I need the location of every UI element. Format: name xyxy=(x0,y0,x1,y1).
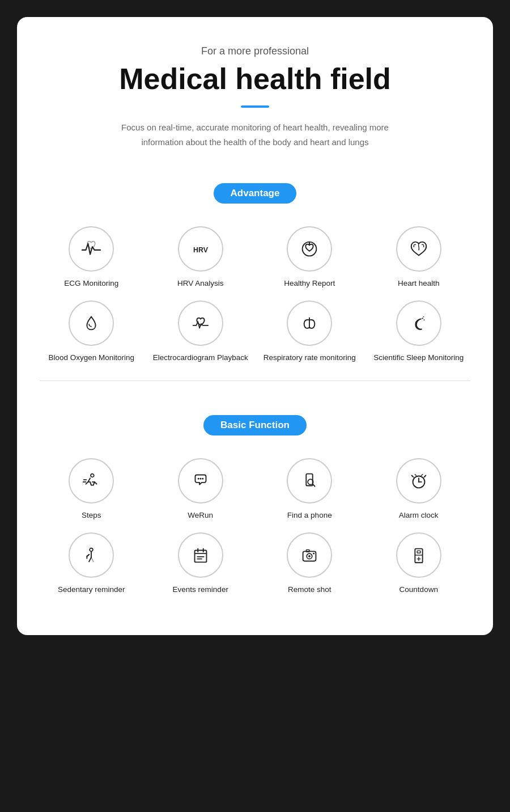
svg-rect-35 xyxy=(417,551,420,553)
werun-icon xyxy=(178,458,223,504)
advantage-grid: ECG Monitoring HRV HRV Analysis Health xyxy=(40,226,470,363)
svg-line-19 xyxy=(415,475,416,476)
blood-oxygen-label: Blood Oxygen Monitoring xyxy=(48,353,134,363)
svg-text:HRV: HRV xyxy=(193,246,209,254)
feature-sedentary: Sedentary reminder xyxy=(40,532,143,595)
find-phone-label: Find a phone xyxy=(287,510,332,521)
events-icon xyxy=(178,532,223,578)
svg-point-32 xyxy=(313,553,314,555)
header: For a more professional Medical health f… xyxy=(40,45,470,149)
svg-rect-22 xyxy=(194,550,206,562)
advantage-badge-row: Advantage xyxy=(40,166,470,209)
sleep-icon xyxy=(396,301,441,346)
feature-sleep: Scientific Sleep Monitoring xyxy=(367,301,471,363)
main-title: Medical health field xyxy=(40,63,470,95)
hrv-label: HRV Analysis xyxy=(177,278,224,289)
svg-point-10 xyxy=(198,478,199,480)
feature-healthy-report: Healthy Report xyxy=(258,226,362,289)
svg-point-21 xyxy=(90,548,93,552)
steps-label: Steps xyxy=(82,510,101,521)
feature-ecg: ECG Monitoring xyxy=(40,226,143,289)
hrv-icon: HRV xyxy=(178,226,223,272)
feature-hrv: HRV HRV Analysis xyxy=(149,226,253,289)
countdown-label: Countdown xyxy=(400,585,438,595)
ecg-label: ECG Monitoring xyxy=(64,278,118,289)
section-divider xyxy=(40,380,470,381)
feature-find-phone: Find a phone xyxy=(258,458,362,521)
svg-point-4 xyxy=(422,318,423,319)
svg-point-12 xyxy=(202,478,203,480)
remote-shot-label: Remote shot xyxy=(288,585,332,595)
find-phone-icon xyxy=(287,458,332,504)
main-card: For a more professional Medical health f… xyxy=(17,17,493,635)
events-label: Events reminder xyxy=(173,585,228,595)
blue-divider xyxy=(241,105,269,108)
svg-line-20 xyxy=(422,475,423,476)
healthy-report-label: Healthy Report xyxy=(284,278,335,289)
feature-remote-shot: Remote shot xyxy=(258,532,362,595)
feature-werun: WeRun xyxy=(149,458,253,521)
basic-badge: Basic Function xyxy=(203,415,307,435)
blood-oxygen-icon xyxy=(69,301,114,346)
ecg-playback-label: Electrocardiogram Playback xyxy=(153,353,248,363)
heart-health-icon xyxy=(396,226,441,272)
sleep-label: Scientific Sleep Monitoring xyxy=(373,353,464,363)
svg-point-11 xyxy=(199,478,201,480)
ecg-playback-icon xyxy=(178,301,223,346)
svg-point-30 xyxy=(308,555,311,557)
werun-label: WeRun xyxy=(188,510,213,521)
basic-badge-row: Basic Function xyxy=(40,398,470,441)
svg-point-6 xyxy=(423,316,424,318)
svg-point-7 xyxy=(91,474,94,477)
feature-blood-oxygen: Blood Oxygen Monitoring xyxy=(40,301,143,363)
respiratory-label: Respiratory rate monitoring xyxy=(264,353,356,363)
feature-countdown: Countdown xyxy=(367,532,471,595)
ecg-icon xyxy=(69,226,114,272)
healthy-report-icon xyxy=(287,226,332,272)
subtitle: For a more professional xyxy=(40,45,470,57)
respiratory-icon xyxy=(287,301,332,346)
feature-alarm: Alarm clock xyxy=(367,458,471,521)
svg-line-15 xyxy=(313,484,315,487)
feature-events: Events reminder xyxy=(149,532,253,595)
feature-ecg-playback: Electrocardiogram Playback xyxy=(149,301,253,363)
description: Focus on real-time, accurate monitoring … xyxy=(108,120,402,149)
feature-respiratory: Respiratory rate monitoring xyxy=(258,301,362,363)
remote-shot-icon xyxy=(287,532,332,578)
advantage-badge: Advantage xyxy=(214,183,297,204)
steps-icon xyxy=(69,458,114,504)
basic-grid: Steps WeRun xyxy=(40,458,470,595)
sedentary-label: Sedentary reminder xyxy=(58,585,125,595)
alarm-icon xyxy=(396,458,441,504)
sedentary-icon xyxy=(69,532,114,578)
svg-point-5 xyxy=(423,319,424,320)
feature-heart-health: Heart health xyxy=(367,226,471,289)
countdown-icon xyxy=(396,532,441,578)
alarm-label: Alarm clock xyxy=(399,510,439,521)
heart-health-label: Heart health xyxy=(398,278,440,289)
feature-steps: Steps xyxy=(40,458,143,521)
